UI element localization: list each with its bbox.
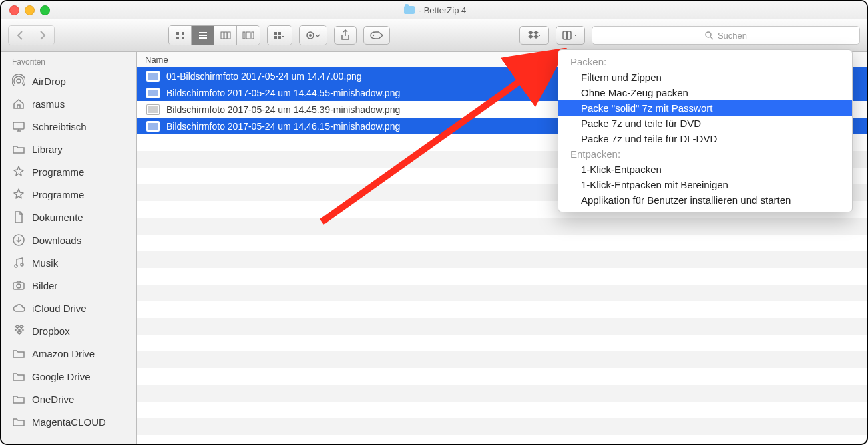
- forward-button[interactable]: [31, 26, 54, 45]
- file-thumbnail-icon: [146, 121, 160, 132]
- action-segment: [299, 25, 327, 45]
- sidebar-item-onedrive[interactable]: OneDrive: [1, 388, 136, 410]
- svg-rect-1: [182, 32, 184, 35]
- sidebar-item-programme[interactable]: Programme: [1, 183, 136, 206]
- betterzip-presets-menu[interactable]: Packen:Filtern und ZippenOhne Mac-Zeug p…: [558, 49, 853, 212]
- tags-button[interactable]: [363, 26, 390, 45]
- svg-rect-12: [252, 32, 254, 39]
- menu-item[interactable]: Packe 7z und teile für DVD: [558, 116, 852, 131]
- sidebar-item-magentacloud[interactable]: MagentaCLOUD: [1, 410, 136, 433]
- svg-point-18: [309, 34, 312, 37]
- sidebar-item-label: Amazon Drive: [32, 348, 95, 359]
- sidebar-item-bilder[interactable]: Bilder: [1, 274, 136, 297]
- svg-rect-6: [199, 37, 207, 39]
- empty-row: [137, 235, 867, 251]
- svg-point-27: [15, 265, 17, 267]
- sidebar-item-google-drive[interactable]: Google Drive: [1, 365, 136, 388]
- betterzip-button[interactable]: [556, 26, 585, 45]
- svg-line-23: [710, 37, 713, 39]
- action-gear-button[interactable]: [300, 26, 327, 45]
- file-thumbnail-icon: [146, 88, 160, 98]
- window-title: - BetterZip 4: [419, 5, 467, 15]
- menu-category: Packen:: [558, 54, 852, 69]
- sidebar-item-rasmus[interactable]: rasmus: [1, 92, 136, 115]
- search-field[interactable]: Suchen: [592, 26, 860, 45]
- sidebar-item-label: Bilder: [32, 280, 57, 291]
- arrange-button[interactable]: [268, 26, 292, 45]
- empty-row: [137, 402, 867, 418]
- sidebar-item-label: AirDrop: [32, 76, 66, 87]
- sidebar: Favoriten AirDroprasmusSchreibtischLibra…: [1, 52, 137, 445]
- window-minimize-button[interactable]: [25, 5, 35, 15]
- svg-rect-14: [278, 32, 281, 35]
- sidebar-item-label: Dropbox: [32, 325, 70, 337]
- sidebar-item-musik[interactable]: Musik: [1, 251, 136, 274]
- empty-row: [137, 268, 867, 285]
- svg-rect-10: [243, 32, 245, 39]
- svg-rect-7: [221, 32, 224, 39]
- toolbar: Suchen: [1, 19, 867, 52]
- search-icon: [704, 31, 714, 40]
- sidebar-item-label: Programme: [32, 166, 84, 178]
- empty-row: [137, 368, 867, 385]
- svg-rect-9: [228, 32, 230, 39]
- view-icon-button[interactable]: [169, 26, 192, 45]
- sidebar-item-amazon-drive[interactable]: Amazon Drive: [1, 342, 136, 365]
- svg-rect-13: [274, 32, 277, 35]
- dropbox-button[interactable]: [519, 26, 549, 45]
- sidebar-item-label: MagentaCLOUD: [32, 416, 106, 428]
- empty-row: [137, 335, 867, 351]
- sidebar-section-title: Favoriten: [1, 56, 136, 69]
- sidebar-item-icloud-drive[interactable]: iCloud Drive: [1, 297, 136, 319]
- empty-row: [137, 418, 867, 435]
- svg-rect-11: [246, 32, 250, 39]
- svg-rect-25: [13, 122, 24, 129]
- menu-item[interactable]: Packe "solid" 7z mit Passwort: [558, 100, 852, 116]
- svg-rect-15: [274, 36, 277, 39]
- sidebar-item-downloads[interactable]: Downloads: [1, 229, 136, 251]
- sidebar-item-label: Dokumente: [32, 212, 83, 223]
- view-list-button[interactable]: [192, 26, 214, 45]
- svg-rect-5: [199, 35, 207, 36]
- empty-row: [137, 285, 867, 301]
- svg-rect-16: [278, 36, 281, 39]
- empty-row: [137, 301, 867, 318]
- menu-item[interactable]: Ohne Mac-Zeug packen: [558, 85, 852, 100]
- sidebar-item-schreibtisch[interactable]: Schreibtisch: [1, 115, 136, 138]
- menu-item[interactable]: 1-Klick-Entpacken: [558, 162, 852, 177]
- sidebar-item-airdrop[interactable]: AirDrop: [1, 69, 136, 92]
- menu-category: Entpacken:: [558, 146, 852, 162]
- sidebar-item-label: Google Drive: [32, 371, 91, 382]
- file-name: Bildschirmfoto 2017-05-24 um 14.45.39-mi…: [166, 104, 400, 115]
- sidebar-item-programme[interactable]: Programme: [1, 160, 136, 183]
- svg-rect-4: [199, 32, 207, 33]
- sidebar-item-dropbox[interactable]: Dropbox: [1, 319, 136, 342]
- menu-item[interactable]: Filtern und Zippen: [558, 69, 852, 85]
- column-name-label: Name: [145, 55, 168, 65]
- window-fullscreen-button[interactable]: [40, 5, 50, 15]
- sidebar-item-label: rasmus: [32, 98, 65, 110]
- sidebar-item-library[interactable]: Library: [1, 138, 136, 160]
- share-button[interactable]: [334, 26, 357, 45]
- svg-point-22: [706, 32, 711, 37]
- sidebar-item-label: OneDrive: [32, 394, 74, 405]
- folder-icon: [404, 6, 415, 14]
- view-columns-button[interactable]: [214, 26, 237, 45]
- sidebar-item-label: iCloud Drive: [32, 303, 87, 314]
- svg-rect-21: [566, 31, 568, 39]
- file-name: 01-Bildschirmfoto 2017-05-24 um 14.47.00…: [166, 71, 362, 82]
- menu-item[interactable]: 1-Klick-Entpacken mit Bereinigen: [558, 177, 852, 192]
- empty-row: [137, 251, 867, 268]
- sidebar-item-label: Programme: [32, 189, 84, 200]
- svg-point-19: [373, 35, 374, 36]
- svg-rect-0: [176, 32, 179, 35]
- back-button[interactable]: [9, 26, 31, 45]
- sidebar-item-label: Musik: [32, 257, 58, 269]
- window-close-button[interactable]: [9, 5, 19, 15]
- view-gallery-button[interactable]: [237, 26, 260, 45]
- menu-item[interactable]: Packe 7z und teile für DL-DVD: [558, 131, 852, 146]
- sidebar-item-dokumente[interactable]: Dokumente: [1, 206, 136, 229]
- svg-rect-3: [182, 37, 184, 39]
- menu-item[interactable]: Applikation für Benutzer installieren un…: [558, 192, 852, 208]
- sidebar-item-label: Library: [32, 144, 63, 155]
